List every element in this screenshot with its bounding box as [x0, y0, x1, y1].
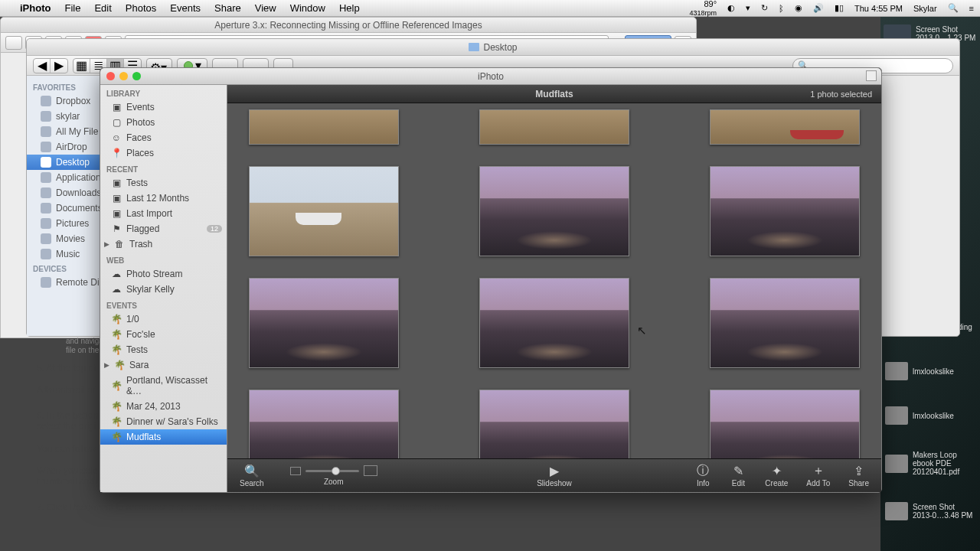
event-sara[interactable]: ▶🌴Sara — [100, 357, 227, 373]
zoom-slider[interactable] — [305, 470, 359, 472]
sidebar-lastimport[interactable]: ▣Last Import — [100, 206, 227, 221]
sidebar-events[interactable]: ▣Events — [100, 99, 227, 115]
bg-text: When you sele — [37, 465, 97, 476]
zoom-button[interactable] — [132, 72, 141, 80]
battery-icon[interactable]: ▮▯ — [835, 3, 844, 13]
bg-text: A thumbnail of — [37, 385, 95, 396]
bluetooth-icon[interactable]: ᛒ — [779, 4, 784, 13]
spotlight-icon[interactable]: 🔍 — [948, 3, 959, 13]
photo-thumb[interactable] — [710, 166, 860, 256]
wifi-icon[interactable]: ◉ — [795, 3, 802, 13]
album-header: Mudflats 1 photo selected — [227, 85, 881, 103]
photo-thumb[interactable] — [249, 109, 399, 145]
iphoto-window: iPhoto LIBRARY ▣Events ▢Photos ☺Faces 📍P… — [100, 67, 882, 493]
recent-header: RECENT — [100, 161, 227, 175]
create-icon: ✦ — [768, 464, 785, 478]
menu-view[interactable]: View — [255, 2, 276, 14]
bg-text: 7. Click Reconnect to reconnect a specif… — [37, 502, 459, 513]
photo-thumb[interactable] — [710, 278, 860, 368]
photo-thumb[interactable] — [249, 166, 399, 256]
info-button[interactable]: ⓘInfo — [694, 464, 711, 487]
sidebar-photostream[interactable]: ☁Photo Stream — [100, 266, 227, 282]
macos-menubar[interactable]: iPhoto File Edit Photos Events Share Vie… — [0, 0, 980, 17]
sidebar-trash[interactable]: ▶🗑Trash — [100, 236, 227, 252]
nav-buttons[interactable]: ◀▶ — [33, 58, 68, 73]
menu-photos[interactable]: Photos — [126, 2, 156, 14]
event-mar24[interactable]: 🌴Mar 24, 2013 — [100, 399, 227, 414]
safari-title: Aperture 3.x: Reconnecting Missing or Of… — [1, 18, 696, 33]
clock[interactable]: Thu 4:55 PM — [854, 4, 903, 13]
edit-button[interactable]: ✎Edit — [730, 464, 746, 487]
close-button[interactable] — [106, 72, 115, 80]
iphoto-titlebar[interactable]: iPhoto — [100, 68, 881, 85]
sync-icon[interactable]: ↻ — [761, 3, 768, 13]
event-portland[interactable]: 🌴Portland, Wiscasset &… — [100, 373, 227, 399]
mouse-cursor: ↖ — [637, 324, 647, 337]
fullscreen-button[interactable] — [866, 70, 877, 81]
sidebar-faces[interactable]: ☺Faces — [100, 130, 227, 145]
play-icon: ▶ — [546, 464, 563, 478]
volume-icon[interactable]: 🔊 — [813, 3, 824, 13]
sidebar-tests[interactable]: ▣Tests — [100, 175, 227, 191]
iphoto-toolbar: 🔍Search Zoom ▶Slideshow ⓘInfo ✎Edit ✦Cre… — [227, 458, 881, 492]
notification-center-icon[interactable]: ≡ — [969, 4, 974, 13]
zoom-in-icon — [364, 465, 377, 476]
dropdown-icon[interactable]: ▾ — [746, 3, 750, 13]
photo-thumb[interactable] — [249, 278, 399, 368]
minimize-button[interactable] — [119, 72, 128, 80]
photo-thumb[interactable] — [479, 278, 629, 368]
bg-text: 6. In the botton — [37, 410, 98, 421]
finder-titlebar[interactable]: Desktop — [27, 39, 959, 56]
back-button[interactable] — [5, 36, 22, 50]
iphoto-main: Mudflats 1 photo selected 🔍Search — [227, 85, 881, 492]
info-icon: ⓘ — [694, 464, 711, 478]
istat-icon[interactable]: ◐ — [727, 3, 735, 13]
sidebar-flagged[interactable]: ⚑Flagged12 — [100, 221, 227, 236]
photo-thumb[interactable] — [479, 390, 629, 458]
event-tests[interactable]: 🌴Tests — [100, 342, 227, 357]
photo-thumb[interactable] — [479, 109, 629, 145]
iphoto-sidebar: LIBRARY ▣Events ▢Photos ☺Faces 📍Places R… — [100, 85, 227, 492]
events-header: EVENTS — [100, 297, 227, 311]
sidebar-skylar[interactable]: ☁Skylar Kelly — [100, 282, 227, 297]
sidebar-photos[interactable]: ▢Photos — [100, 115, 227, 130]
menu-window[interactable]: Window — [290, 2, 325, 14]
user-menu[interactable]: Skylar — [913, 4, 937, 13]
share-button[interactable]: ⇪Share — [848, 464, 869, 487]
menu-file[interactable]: File — [64, 2, 80, 14]
create-button[interactable]: ✦Create — [765, 464, 788, 487]
bg-text: select the origi — [37, 421, 96, 432]
menu-share[interactable]: Share — [214, 2, 241, 14]
photo-thumb[interactable] — [249, 390, 399, 458]
web-header: WEB — [100, 252, 227, 266]
photo-thumb[interactable] — [710, 390, 860, 458]
event-focsle[interactable]: 🌴Foc'sle — [100, 327, 227, 342]
folder-icon — [469, 43, 479, 51]
menu-edit[interactable]: Edit — [94, 2, 111, 14]
app-menu[interactable]: iPhoto — [20, 2, 51, 14]
desktop-file[interactable]: Screen Shot2013-0…3.48 PM — [884, 500, 977, 522]
search-button[interactable]: 🔍Search — [240, 464, 264, 487]
menu-help[interactable]: Help — [339, 2, 360, 14]
bg-text: You can follow — [37, 444, 96, 455]
menu-events[interactable]: Events — [170, 2, 201, 14]
add-icon: ＋ — [810, 464, 827, 478]
photo-grid[interactable] — [227, 103, 881, 458]
sidebar-last12[interactable]: ▣Last 12 Months — [100, 191, 227, 206]
slideshow-button[interactable]: ▶Slideshow — [537, 464, 572, 487]
desktop-file[interactable]: lmxlookslike — [884, 405, 977, 426]
search-icon: 🔍 — [243, 464, 260, 478]
selection-count: 1 photo selected — [810, 90, 872, 99]
event-dinner[interactable]: 🌴Dinner w/ Sara's Folks — [100, 414, 227, 429]
addto-button[interactable]: ＋Add To — [806, 464, 830, 487]
desktop-file[interactable]: Makers Loop ebook PDE 20120401.pdf — [884, 449, 977, 478]
desktop-file[interactable]: lmxlookslike — [884, 360, 977, 382]
album-title: Mudflats — [535, 89, 573, 99]
photo-thumb[interactable] — [710, 109, 860, 145]
zoom-control[interactable]: Zoom — [290, 465, 377, 486]
event-10[interactable]: 🌴1/0 — [100, 311, 227, 327]
sidebar-places[interactable]: 📍Places — [100, 145, 227, 161]
bg-text: 5. At the top of — [37, 363, 96, 373]
photo-thumb[interactable] — [479, 166, 629, 256]
event-mudflats[interactable]: 🌴Mudflats — [100, 429, 227, 445]
